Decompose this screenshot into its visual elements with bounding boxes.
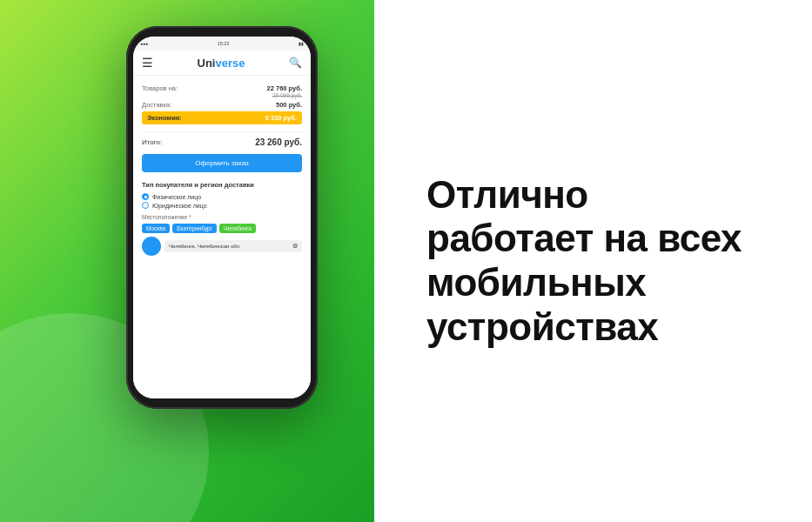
delivery-label: Доставка:	[142, 101, 171, 109]
legal-label: Юридическое лицо	[152, 203, 207, 209]
radio-dot-empty	[142, 202, 149, 209]
headline-line1: Отлично	[426, 173, 742, 218]
goods-old-value: 29 099 руб.	[267, 92, 302, 98]
chip-chelyabinsk[interactable]: Челябинск	[219, 224, 256, 233]
headline-line3: мобильных	[426, 261, 742, 305]
city-input[interactable]: Челябинск, Челябинская обл. ⚙	[164, 240, 302, 252]
goods-row: Товаров на: 22 760 руб. 29 099 руб.	[142, 84, 302, 98]
location-chips: Москва Екатеринбург Челябинск	[142, 224, 302, 233]
hamburger-icon[interactable]: ☰	[142, 56, 153, 70]
order-button[interactable]: Оформить заказ	[142, 154, 302, 172]
app-header: ☰ Universe 🔍	[133, 50, 311, 76]
status-bar: ●●● 15:22 ▮▮	[133, 37, 311, 50]
logo-part1: Uni	[198, 57, 216, 70]
status-time: 15:22	[218, 41, 230, 46]
app-content: Товаров на: 22 760 руб. 29 099 руб. Дост…	[133, 76, 311, 398]
goods-value: 22 760 руб. 29 099 руб.	[267, 84, 302, 98]
total-value: 23 260 руб.	[255, 137, 302, 147]
phone-body: ●●● 15:22 ▮▮ ☰ Universe 🔍 Товаров на: 22…	[126, 26, 318, 409]
city-input-value: Челябинск, Челябинская обл.	[169, 244, 241, 249]
buyer-section: Тип покупателя и регион доставки Физичес…	[142, 181, 302, 256]
total-label: Итого:	[142, 138, 162, 146]
search-icon[interactable]: 🔍	[289, 57, 302, 69]
phone-screen: ●●● 15:22 ▮▮ ☰ Universe 🔍 Товаров на: 22…	[133, 37, 311, 398]
radio-inner	[144, 196, 147, 198]
radio-individual[interactable]: Физическое лицо	[142, 193, 302, 200]
settings-icon[interactable]: ⚙	[292, 243, 298, 250]
headline: Отлично работает на всех мобильных устро…	[426, 173, 742, 349]
buyer-section-title: Тип покупателя и регион доставки	[142, 181, 302, 189]
goods-label: Товаров на:	[142, 84, 178, 98]
app-logo: Universe	[198, 57, 245, 70]
total-row: Итого: 23 260 руб.	[142, 137, 302, 147]
radio-legal[interactable]: Юридическое лицо	[142, 202, 302, 209]
battery-icon: ▮▮	[299, 41, 304, 46]
economy-label: Экономия:	[147, 114, 182, 122]
headline-line4: устройствах	[426, 305, 742, 350]
economy-value: 6 339 руб.	[265, 114, 297, 122]
radio-group: Физическое лицо Юридическое лицо	[142, 193, 302, 209]
delivery-row: Доставка: 500 руб.	[142, 101, 302, 109]
right-panel: Отлично работает на всех мобильных устро…	[374, 0, 812, 522]
location-label: Местоположение *	[142, 214, 302, 220]
radio-dot-filled	[142, 193, 149, 200]
headline-line2: работает на всех	[426, 217, 742, 261]
chip-moscow[interactable]: Москва	[142, 224, 170, 233]
individual-label: Физическое лицо	[152, 194, 201, 200]
delivery-value: 500 руб.	[276, 101, 302, 109]
signal-icon: ●●●	[140, 41, 148, 46]
economy-row: Экономия: 6 339 руб.	[142, 111, 302, 124]
city-avatar	[142, 237, 161, 256]
city-row: Челябинск, Челябинская обл. ⚙	[142, 237, 302, 256]
chip-ekaterinburg[interactable]: Екатеринбург	[172, 224, 217, 233]
divider	[142, 131, 302, 132]
logo-part2: verse	[215, 57, 245, 70]
phone-mockup: ●●● 15:22 ▮▮ ☰ Universe 🔍 Товаров на: 22…	[126, 26, 318, 409]
